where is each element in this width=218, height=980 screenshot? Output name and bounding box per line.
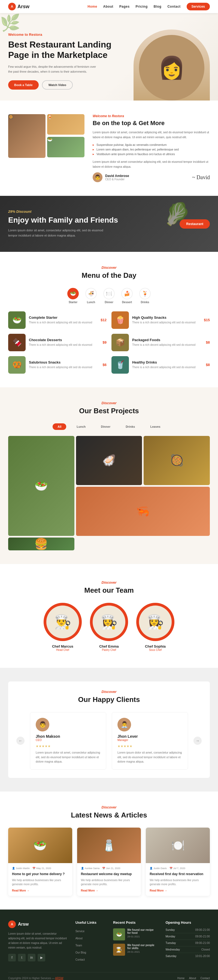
nav-contact[interactable]: Contact — [167, 5, 180, 8]
menu-tab-lunch[interactable]: 🍜 Lunch — [85, 288, 97, 304]
be-on-top-content: Welcome to Restora Be on the top & Get M… — [93, 114, 210, 182]
menu-price-3: $9 — [103, 340, 107, 344]
news-card-3: 🍽️ 👤 Justin Davis 📅 Jul 7, 2020 Received… — [146, 827, 210, 896]
menu-tab-starter[interactable]: 🥗 Starter — [67, 288, 79, 304]
news-read-more-2[interactable]: Read More → — [81, 889, 137, 892]
oh-row-tuesday: Tuesday 09:00-21:00 — [166, 942, 210, 947]
carousel-next-button[interactable]: → — [193, 737, 202, 745]
footer-opening-hours-title: Opening Hours — [166, 920, 210, 924]
news-author-2: 👤 Auntee Sama — [81, 867, 100, 870]
oh-hours-monday: 09:00-21:00 — [195, 935, 210, 938]
menu-tab-dessert[interactable]: 🍰 Dessert — [121, 288, 133, 304]
menu-info-4: Packaged Foods There is a rich decent ad… — [132, 338, 203, 347]
menu-item-6: 🥤 Healthy Drinks There is a rich decent … — [111, 356, 210, 374]
nav-cta-button[interactable]: Services — [186, 3, 210, 10]
footer-bottom-about[interactable]: About — [189, 977, 196, 980]
footer-link-service[interactable]: Service — [76, 930, 84, 933]
team-avatar-ring-3: 👩‍🍳 — [136, 603, 174, 641]
team-name-3: Chef Sophia — [145, 644, 166, 648]
client-role-2: Manager — [117, 738, 182, 741]
news-excerpt-2: We help ambitious businesses like yours … — [81, 878, 137, 886]
news-excerpt-1: We help ambitious businesses like yours … — [12, 878, 68, 886]
hero-image: 👩 — [134, 30, 210, 100]
team-member-2: 👩‍🍳 Chef Emma Pastry Chef — [90, 603, 128, 651]
client-avatar-2: 👨‍💼 — [117, 718, 131, 732]
footer-opening-hours: Opening Hours Sunday 09:00-21:00 Monday … — [166, 920, 210, 964]
nav-pages[interactable]: Pages — [119, 5, 130, 8]
news-read-more-1[interactable]: Read More → — [12, 889, 68, 892]
nav-pricing[interactable]: Pricing — [136, 5, 148, 8]
menu-info-1: Complete Starter There is a rich decent … — [29, 315, 97, 325]
tab-label-drinks: Drinks — [141, 301, 149, 304]
footer-link-team[interactable]: Team — [76, 944, 82, 947]
carousel-prev-button[interactable]: ← — [16, 737, 25, 745]
social-twitter-button[interactable]: t — [18, 954, 25, 961]
footer-link-contact[interactable]: Contact — [76, 958, 85, 961]
project-image-3: 🥘 — [144, 436, 210, 485]
team-role-2: Pastry Chef — [102, 648, 116, 651]
menu-name-6: Healthy Drinks — [132, 360, 203, 364]
recent-post-date-1: 28-01-2021 — [127, 935, 158, 938]
watch-video-button[interactable]: Watch Video — [42, 80, 73, 89]
menu-tab-dinner[interactable]: 🍽️ Dinner — [103, 288, 115, 304]
project-image-4: 🦐 — [76, 487, 210, 536]
project-tab-leaves[interactable]: Leaves — [145, 423, 165, 430]
team-name-2: Chef Emma — [99, 644, 119, 648]
footer-link-blog[interactable]: Our Blog — [76, 951, 86, 954]
project-tab-drinks[interactable]: Drinks — [121, 423, 140, 430]
news-image-2: 🧂 — [77, 827, 141, 863]
news-read-more-3[interactable]: Read More → — [150, 889, 206, 892]
team-section: Discover Meet our Team 👨‍🍳 Chef Marcus H… — [0, 564, 218, 668]
nav-home[interactable]: Home — [87, 5, 97, 8]
client-avatar-1: 👨 — [36, 718, 49, 732]
tab-label-dessert: Dessert — [122, 301, 132, 304]
menu-info-3: Chocolate Desserts There is a rich decen… — [29, 338, 100, 347]
section-label: Welcome to Restora — [93, 114, 210, 118]
social-youtube-button[interactable]: ▶ — [38, 954, 45, 961]
menu-tab-drinks[interactable]: 🍹 Drinks — [139, 288, 151, 304]
clients-header: Discover Our Happy Clients — [16, 690, 202, 704]
oh-hours-tuesday: 09:00-21:00 — [195, 942, 210, 945]
clients-inner: Discover Our Happy Clients ← 👨 Jhon Maks… — [8, 681, 210, 778]
founder-name: David Ambrose — [105, 174, 129, 178]
client-text-1: Lorem ipsum dolor sit amet, consectetur … — [36, 750, 101, 764]
section-images-grid: 🥘 🍹 🥗 — [8, 114, 84, 158]
bullet-item-2: Lorem sem aliquam diam, leo pellentesque… — [93, 148, 210, 151]
discount-veggie-decoration: 🥬 — [163, 201, 191, 227]
project-gallery: 🥗 🦪 🥘 🦐 🍔 — [8, 436, 210, 550]
news-card-1: 🥗 👤 Justin Martin 📅 May 21, 2020 Home to… — [8, 827, 72, 896]
opening-hours-list: Sunday 09:00-21:00 Monday 09:00-21:00 Tu… — [166, 928, 210, 959]
menu-item-2: 🍿 High Quality Snacks There is a rich de… — [111, 311, 210, 329]
founder-details: David Ambrose CEO & Founder — [105, 174, 129, 181]
recent-post-1: 🥗 We found our recipe for food 28-01-202… — [113, 928, 158, 940]
menu-price-4: $8 — [206, 340, 210, 344]
nav-about[interactable]: About — [103, 5, 113, 8]
recent-post-title-2: We found our people for skills — [127, 944, 158, 950]
book-table-button[interactable]: Book a Table — [8, 80, 39, 89]
client-role-1: CEO — [36, 738, 101, 741]
footer-bottom-home[interactable]: Home — [177, 977, 185, 980]
project-tab-lunch[interactable]: Lunch — [72, 423, 90, 430]
tab-icon-drinks: 🍹 — [139, 288, 151, 299]
team-avatar-3: 👩‍🍳 — [139, 606, 172, 638]
be-on-top-section: 🥘 🍹 🥗 Welcome to Restora Be on the top &… — [0, 100, 218, 196]
footer-bottom-contact[interactable]: Contact — [201, 977, 210, 980]
hero-title: Best Restaurant Landing Page in the Mark… — [8, 39, 128, 60]
nav-blog[interactable]: Blog — [154, 5, 161, 8]
oh-row-saturday: Saturday 10:01-20:00 — [166, 955, 210, 959]
menu-desc-1: There is a rich decent adipiscing elit s… — [29, 320, 97, 325]
founder-info: 👨 David Ambrose CEO & Founder ~ David — [93, 172, 210, 182]
social-linkedin-button[interactable]: in — [28, 954, 35, 961]
oh-day-saturday: Saturday — [166, 955, 177, 958]
footer: A Arsw Lorem ipsum dolor sit amet, conse… — [0, 910, 218, 980]
footer-link-about[interactable]: About — [76, 937, 82, 940]
hero-person: 👩 — [139, 35, 204, 100]
project-tab-all[interactable]: All — [52, 423, 66, 430]
menu-info-2: High Quality Snacks There is a rich dece… — [132, 315, 201, 325]
clients-carousel: ← 👨 Jhon Makson CEO ★★★★★ Lorem ipsum do… — [16, 712, 202, 770]
project-tab-dinner[interactable]: Dinner — [96, 423, 115, 430]
footer-brand-link[interactable]: ARSW — [55, 977, 63, 980]
social-facebook-button[interactable]: f — [8, 954, 16, 961]
projects-header: Discover Our Best Projects — [8, 401, 210, 415]
discount-content: 29% Discount Enjoy with Family and Frien… — [8, 210, 171, 238]
